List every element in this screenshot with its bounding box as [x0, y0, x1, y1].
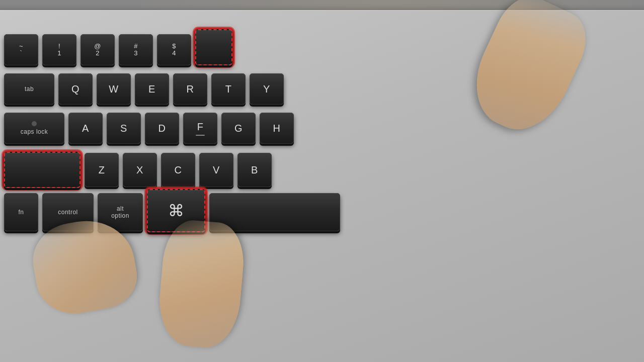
- key-b[interactable]: B: [237, 153, 272, 187]
- key-3-bottom: 3: [134, 50, 138, 57]
- key-alt-label: alt: [117, 205, 124, 212]
- key-t-label: T: [225, 83, 232, 95]
- key-q[interactable]: Q: [58, 73, 93, 105]
- key-g[interactable]: G: [221, 113, 256, 144]
- key-e[interactable]: E: [135, 73, 169, 105]
- key-a-label: A: [82, 123, 89, 134]
- keyboard-body: ~ ` ! 1 @ 2 # 3 $ 4 tab: [0, 10, 644, 362]
- key-2-top: @: [94, 43, 101, 50]
- key-x-label: X: [136, 164, 143, 176]
- key-alt-option[interactable]: alt option: [98, 193, 143, 231]
- key-4[interactable]: $ 4: [157, 34, 191, 65]
- key-2-bottom: 2: [96, 50, 100, 57]
- key-z-label: Z: [99, 164, 105, 176]
- key-h-label: H: [273, 123, 281, 134]
- key-caps-lock-label: caps lock: [21, 128, 48, 135]
- key-caps-lock[interactable]: caps lock: [4, 113, 64, 144]
- key-s-label: S: [120, 123, 127, 134]
- key-v[interactable]: V: [199, 153, 233, 187]
- key-f[interactable]: F: [183, 113, 217, 144]
- key-control-label: control: [58, 209, 78, 216]
- key-y-label: Y: [263, 83, 270, 95]
- key-4-top: $: [172, 43, 176, 50]
- key-t[interactable]: T: [211, 73, 246, 105]
- key-h[interactable]: H: [260, 113, 294, 144]
- key-fn-label: fn: [18, 209, 24, 216]
- key-tilde-bottom: `: [20, 50, 23, 57]
- key-a[interactable]: A: [68, 113, 103, 144]
- key-e-label: E: [148, 83, 155, 95]
- key-tab-label: tab: [25, 85, 34, 93]
- key-r[interactable]: R: [173, 73, 207, 105]
- key-option-label: option: [111, 212, 129, 219]
- key-1-top: !: [58, 43, 60, 50]
- key-fn[interactable]: fn: [4, 193, 38, 231]
- key-2[interactable]: @ 2: [80, 34, 115, 65]
- key-w[interactable]: W: [97, 73, 131, 105]
- key-y[interactable]: Y: [250, 73, 284, 105]
- key-cmd[interactable]: ⌘: [147, 189, 205, 232]
- key-3-top: #: [134, 43, 138, 50]
- key-3[interactable]: # 3: [119, 34, 153, 65]
- key-shift-left[interactable]: [4, 152, 80, 188]
- key-space[interactable]: [209, 193, 340, 231]
- key-x[interactable]: X: [123, 153, 157, 187]
- key-control[interactable]: control: [42, 193, 94, 231]
- key-tab[interactable]: tab: [4, 73, 54, 105]
- key-c-label: C: [175, 164, 182, 176]
- key-r-label: R: [187, 83, 194, 95]
- key-c[interactable]: C: [161, 153, 195, 187]
- key-tilde-top: ~: [19, 43, 23, 50]
- key-v-label: V: [213, 164, 220, 176]
- key-s[interactable]: S: [107, 113, 141, 144]
- key-b-label: B: [251, 164, 258, 176]
- key-5-highlighted[interactable]: [195, 29, 232, 65]
- key-g-label: G: [234, 123, 243, 134]
- key-z[interactable]: Z: [85, 153, 119, 187]
- key-d[interactable]: D: [145, 113, 179, 144]
- key-cmd-symbol: ⌘: [168, 201, 185, 220]
- key-4-bottom: 4: [172, 50, 176, 57]
- key-1-bottom: 1: [57, 50, 61, 57]
- key-tilde[interactable]: ~ `: [4, 34, 38, 65]
- key-1[interactable]: ! 1: [42, 34, 76, 65]
- keyboard-scene: ~ ` ! 1 @ 2 # 3 $ 4 tab: [0, 0, 644, 362]
- key-w-label: W: [109, 83, 118, 95]
- key-q-label: Q: [71, 83, 79, 95]
- key-d-label: D: [158, 123, 166, 134]
- key-f-label: F: [197, 121, 204, 133]
